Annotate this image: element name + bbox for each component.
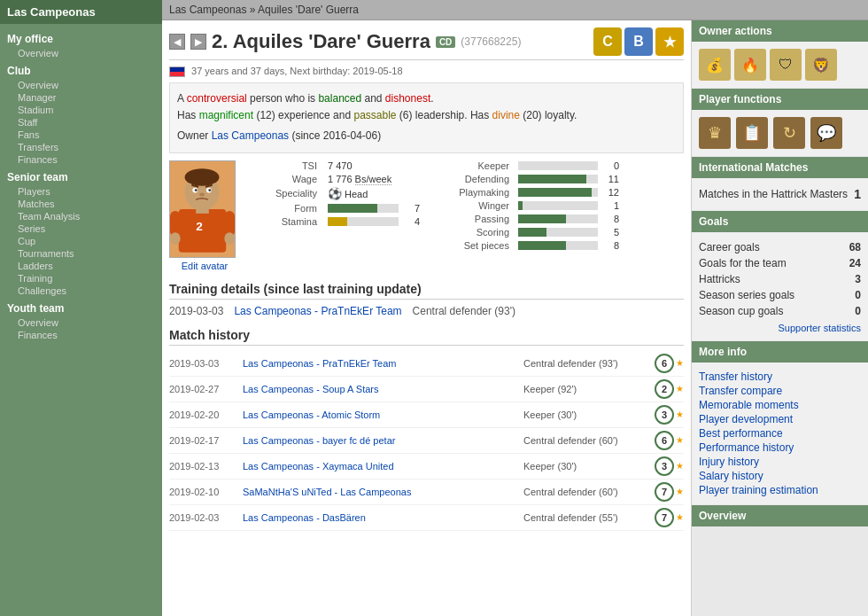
- season-series-val: 0: [855, 289, 861, 301]
- refresh-icon[interactable]: ↻: [773, 117, 805, 149]
- next-player-button[interactable]: ▶: [190, 34, 206, 50]
- sidebar-item-manager[interactable]: Manager: [0, 91, 162, 104]
- match-teams-link-1[interactable]: Las Campeonas - Soup A Stars: [243, 384, 516, 394]
- training-team-link[interactable]: Las Campeonas - PraTnEkEr Team: [234, 305, 401, 317]
- set-pieces-bar: [518, 241, 566, 250]
- more-info-link-7[interactable]: Salary history: [699, 469, 861, 483]
- sidebar-item-transfers[interactable]: Transfers: [0, 141, 162, 153]
- my-office-label: My office: [0, 27, 162, 47]
- specialty-value: ⚽ Head: [328, 187, 368, 200]
- keeper-value: 0: [601, 160, 619, 171]
- season-cup-label: Season cup goals: [699, 305, 783, 317]
- svg-point-10: [199, 192, 205, 196]
- intl-matches-header: International Matches: [692, 157, 868, 178]
- specialty-label: Speciality: [251, 188, 317, 199]
- match-teams-link-4[interactable]: Las Campeonas - Xaymaca United: [243, 461, 516, 472]
- match-row-6: 2019-02-03 Las Campeonas - DasBären Cent…: [169, 505, 684, 531]
- scoring-label: Scoring: [434, 227, 509, 238]
- match-row-1: 2019-02-27 Las Campeonas - Soup A Stars …: [169, 377, 684, 402]
- winger-label: Winger: [434, 200, 509, 211]
- sidebar-item-finances[interactable]: Finances: [0, 153, 162, 166]
- sidebar-item-club-overview[interactable]: Overview: [0, 79, 162, 91]
- sidebar-item-overview-myoffice[interactable]: Overview: [0, 47, 162, 59]
- playmaking-label: Playmaking: [434, 187, 509, 198]
- sidebar-item-tournaments[interactable]: Tournaments: [0, 247, 162, 260]
- clipboard-icon[interactable]: 📋: [736, 117, 768, 149]
- sidebar-item-youth-finances[interactable]: Finances: [0, 329, 162, 341]
- winger-bar: [518, 201, 523, 210]
- match-rating-0: 6 ★: [655, 354, 684, 373]
- match-pos-3: Central defender (60'): [523, 435, 647, 446]
- sidebar-item-training[interactable]: Training: [0, 272, 162, 285]
- defending-label: Defending: [434, 174, 509, 184]
- sidebar-item-series[interactable]: Series: [0, 222, 162, 235]
- more-info-link-5[interactable]: Performance history: [699, 441, 861, 455]
- more-info-link-8[interactable]: Player training estimation: [699, 483, 861, 497]
- more-info-link-2[interactable]: Memorable moments: [699, 398, 861, 412]
- match-teams-link-3[interactable]: Las Campeonas - bayer fc dé petar: [243, 435, 516, 446]
- award-star-icon: ★: [655, 27, 684, 56]
- season-cup-val: 0: [855, 305, 861, 317]
- more-info-link-1[interactable]: Transfer compare: [699, 384, 861, 398]
- chat-icon[interactable]: 💬: [810, 117, 842, 149]
- more-info-header: More info: [692, 341, 868, 363]
- season-series-label: Season series goals: [699, 289, 794, 301]
- sidebar-item-team-analysis[interactable]: Team Analysis: [0, 210, 162, 222]
- sidebar-item-players[interactable]: Players: [0, 185, 162, 198]
- intl-matches-count: 1: [854, 187, 861, 201]
- match-teams-link-2[interactable]: Las Campeonas - Atomic Storm: [243, 409, 516, 420]
- match-row-2: 2019-02-20 Las Campeonas - Atomic Storm …: [169, 402, 684, 428]
- training-title: Training details (since last training up…: [169, 282, 684, 300]
- supporter-stats-link[interactable]: Supporter statistics: [778, 323, 861, 333]
- passing-bar: [518, 214, 566, 223]
- position-badge: CD: [436, 36, 455, 48]
- match-date-1: 2019-02-27: [169, 384, 236, 394]
- crown-icon[interactable]: ♛: [699, 117, 731, 149]
- sidebar-item-challenges[interactable]: Challenges: [0, 285, 162, 297]
- sidebar-item-stadium[interactable]: Stadium: [0, 104, 162, 116]
- transfer-icon[interactable]: 💰: [699, 49, 731, 81]
- player-functions-header: Player functions: [692, 89, 868, 110]
- match-pos-5: Central defender (60'): [523, 487, 647, 497]
- fire-icon[interactable]: 🔥: [734, 49, 766, 81]
- match-teams-link-0[interactable]: Las Campeonas - PraTnEkEr Team: [243, 358, 516, 369]
- sidebar-item-cup[interactable]: Cup: [0, 235, 162, 247]
- match-date-0: 2019-03-03: [169, 358, 236, 369]
- owner-link[interactable]: Las Campeonas: [212, 129, 289, 142]
- stamina-value: 4: [402, 216, 420, 227]
- prev-player-button[interactable]: ◀: [169, 34, 185, 50]
- more-info-link-3[interactable]: Player development: [699, 412, 861, 426]
- overview-header: Overview: [692, 505, 868, 526]
- defending-bar: [518, 175, 586, 183]
- passing-label: Passing: [434, 214, 509, 224]
- match-date-4: 2019-02-13: [169, 461, 236, 472]
- more-info-link-0[interactable]: Transfer history: [699, 370, 861, 384]
- intl-matches-label: Matches in the Hattrick Masters: [699, 188, 848, 200]
- more-info-link-4[interactable]: Best performance: [699, 426, 861, 441]
- goals-team-val: 24: [849, 257, 861, 269]
- passing-value: 8: [601, 214, 619, 224]
- playmaking-value: 12: [601, 187, 619, 198]
- sidebar-item-fans[interactable]: Fans: [0, 129, 162, 141]
- match-rating-2: 3 ★: [655, 405, 684, 425]
- tsi-label: TSI: [251, 160, 317, 171]
- wage-label: Wage: [251, 174, 317, 184]
- svg-text:2: 2: [196, 220, 203, 233]
- sidebar-item-staff[interactable]: Staff: [0, 116, 162, 129]
- sidebar-item-youth-overview[interactable]: Overview: [0, 316, 162, 329]
- match-teams-link-6[interactable]: Las Campeonas - DasBären: [243, 512, 516, 523]
- match-rating-4: 3 ★: [655, 456, 684, 476]
- player-age: 37 years and 37 days, Next birthday: 201…: [169, 66, 684, 77]
- sidebar-item-ladders[interactable]: Ladders: [0, 260, 162, 272]
- match-history-title: Match history: [169, 328, 684, 346]
- svg-point-6: [195, 189, 198, 191]
- lion-icon[interactable]: 🦁: [805, 49, 837, 81]
- more-info-link-6[interactable]: Injury history: [699, 455, 861, 469]
- shield-icon[interactable]: 🛡: [770, 49, 802, 81]
- edit-avatar-link[interactable]: Edit avatar: [169, 261, 240, 271]
- match-teams-link-5[interactable]: SaMaNtHa'S uNiTed - Las Campeonas: [243, 487, 516, 497]
- training-row: 2019-03-03 Las Campeonas - PraTnEkEr Tea…: [169, 305, 684, 317]
- sidebar-item-matches[interactable]: Matches: [0, 198, 162, 210]
- match-rating-5: 7 ★: [655, 482, 684, 502]
- svg-point-7: [208, 189, 211, 191]
